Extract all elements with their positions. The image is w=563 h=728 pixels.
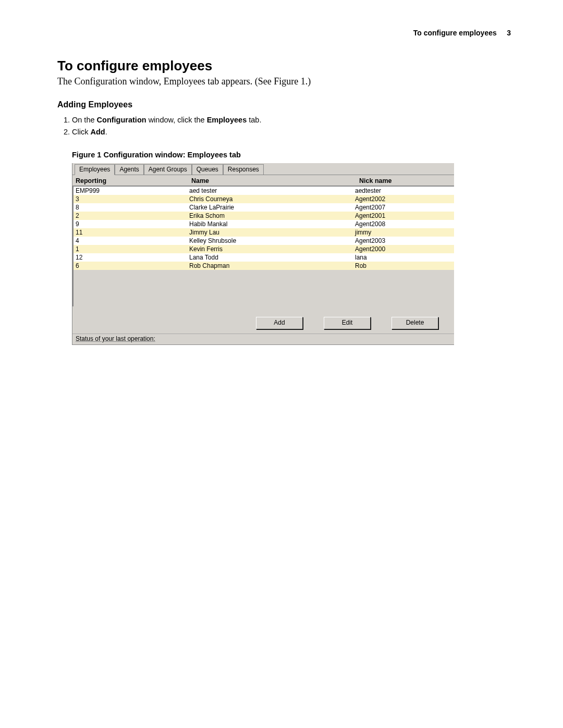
cell-reporting: EMP999 <box>74 187 187 195</box>
add-button[interactable]: Add <box>256 317 303 329</box>
cell-nickname: Agent2001 <box>353 212 454 220</box>
cell-name: Jimmy Lau <box>187 228 353 237</box>
cell-name: Rob Chapman <box>187 262 353 270</box>
cell-name: Kelley Shrubsole <box>187 237 353 245</box>
cell-nickname: Agent2008 <box>353 220 454 228</box>
document-page: To configure employees 3 To configure em… <box>0 0 563 376</box>
intro-paragraph: The Configuration window, Employees tab … <box>57 76 511 87</box>
column-header-nickname[interactable]: Nick name <box>356 175 454 186</box>
column-header-name[interactable]: Name <box>188 175 356 186</box>
tab-body: Reporting Name Nick name EMP999aed teste… <box>72 175 454 344</box>
step-bold: Employees <box>207 116 247 124</box>
cell-reporting: 6 <box>74 262 187 270</box>
page-title: To configure employees <box>57 58 511 74</box>
cell-reporting: 1 <box>74 245 187 253</box>
cell-reporting: 12 <box>74 253 187 262</box>
cell-reporting: 8 <box>74 203 187 212</box>
table-row[interactable]: 1Kevin FerrisAgent2000 <box>74 245 454 253</box>
delete-button[interactable]: Delete <box>391 317 438 329</box>
header-title: To configure employees <box>413 29 497 37</box>
cell-name: Chris Courneya <box>187 195 353 203</box>
section-heading-adding-employees: Adding Employees <box>57 100 511 109</box>
step-1: On the Configuration window, click the E… <box>72 115 511 126</box>
table-row[interactable]: 11Jimmy Laujimmy <box>74 228 454 237</box>
cell-name: Clarke LaPrairie <box>187 203 353 212</box>
page-header: To configure employees 3 <box>57 29 511 37</box>
table-row[interactable]: 8Clarke LaPrairieAgent2007 <box>74 203 454 212</box>
cell-name: Erika Schom <box>187 212 353 220</box>
button-row: Add Edit Delete <box>72 306 454 334</box>
edit-button[interactable]: Edit <box>324 317 371 329</box>
table-row[interactable]: 3Chris CourneyaAgent2002 <box>74 195 454 203</box>
cell-nickname: Agent2002 <box>353 195 454 203</box>
figure-caption: Figure 1 Configuration window: Employees… <box>72 151 511 159</box>
tab-queues[interactable]: Queues <box>192 164 223 175</box>
step-text: On the <box>72 116 97 124</box>
cell-name: Habib Mankal <box>187 220 353 228</box>
step-text: window, click the <box>146 116 207 124</box>
step-text: . <box>105 128 107 136</box>
table-row[interactable]: 6Rob ChapmanRob <box>74 262 454 270</box>
cell-nickname: Rob <box>353 262 454 270</box>
column-header-reporting[interactable]: Reporting <box>72 175 188 186</box>
step-bold: Configuration <box>97 116 146 124</box>
cell-nickname: lana <box>353 253 454 262</box>
step-text: tab. <box>247 116 261 124</box>
status-line: Status of your last operation: <box>72 334 454 344</box>
cell-nickname: Agent2003 <box>353 237 454 245</box>
step-2: Click Add. <box>72 127 511 138</box>
cell-nickname: aedtester <box>353 187 454 195</box>
table-row[interactable]: 4Kelley ShrubsoleAgent2003 <box>74 237 454 245</box>
table-row[interactable]: 2Erika SchomAgent2001 <box>74 212 454 220</box>
cell-reporting: 11 <box>74 228 187 237</box>
cell-name: Kevin Ferris <box>187 245 353 253</box>
grid-empty-area <box>72 270 454 306</box>
step-text: Click <box>72 128 90 136</box>
grid-body: EMP999aed testeraedtester3Chris Courneya… <box>72 187 454 270</box>
cell-name: Lana Todd <box>187 253 353 262</box>
cell-reporting: 4 <box>74 237 187 245</box>
tab-responses[interactable]: Responses <box>223 164 264 175</box>
tabstrip: Employees Agents Agent Groups Queues Res… <box>72 163 454 175</box>
table-row[interactable]: 9Habib MankalAgent2008 <box>74 220 454 228</box>
cell-nickname: jimmy <box>353 228 454 237</box>
step-bold: Add <box>90 128 105 136</box>
cell-reporting: 2 <box>74 212 187 220</box>
table-row[interactable]: 12Lana Toddlana <box>74 253 454 262</box>
grid-header: Reporting Name Nick name <box>72 175 454 187</box>
tab-agents[interactable]: Agents <box>115 164 143 175</box>
cell-name: aed tester <box>187 187 353 195</box>
tab-agent-groups[interactable]: Agent Groups <box>144 164 192 175</box>
cell-reporting: 3 <box>74 195 187 203</box>
header-page-number: 3 <box>507 29 511 37</box>
configuration-window: Employees Agents Agent Groups Queues Res… <box>72 163 454 345</box>
table-row[interactable]: EMP999aed testeraedtester <box>74 187 454 195</box>
cell-reporting: 9 <box>74 220 187 228</box>
cell-nickname: Agent2000 <box>353 245 454 253</box>
steps-list: On the Configuration window, click the E… <box>72 115 511 138</box>
tab-employees[interactable]: Employees <box>75 164 115 175</box>
cell-nickname: Agent2007 <box>353 203 454 212</box>
